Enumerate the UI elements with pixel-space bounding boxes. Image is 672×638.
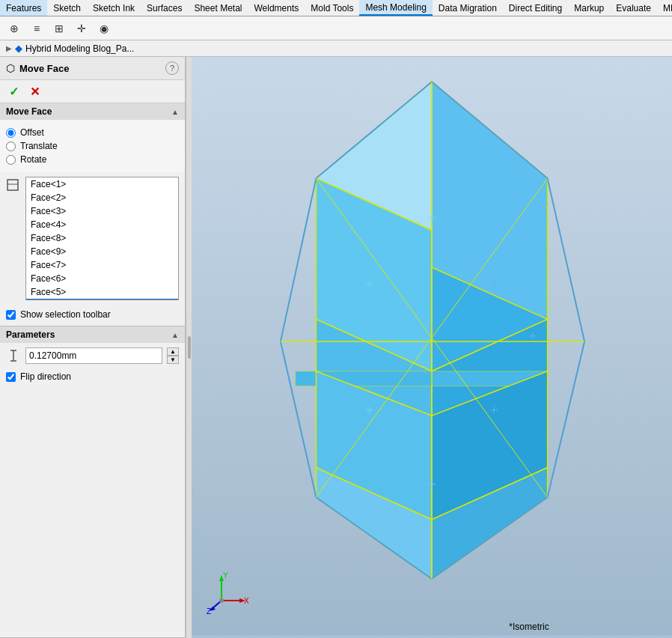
show-selection-checkbox[interactable] <box>6 310 16 320</box>
face-list[interactable]: Face<1> Face<2> Face<3> Face<4> Face<8> … <box>25 177 179 300</box>
parameters-section-header[interactable]: Parameters ▲ <box>0 326 185 343</box>
viewport[interactable]: + + + + + + + Y X Z <box>192 57 672 638</box>
radio-translate-label: Translate <box>20 141 58 151</box>
list-item[interactable]: Face<8> <box>26 231 178 245</box>
resize-handle[interactable] <box>186 57 192 638</box>
flip-direction-label: Flip direction <box>20 371 71 382</box>
axis-indicator: Y X Z <box>207 571 251 616</box>
radio-rotate-input[interactable] <box>6 155 16 165</box>
main-layout: ⬡ Move Face ? ✓ ✕ Move Face ▲ Offset <box>0 57 672 638</box>
grid-button[interactable]: ⊞ <box>49 19 70 38</box>
panel-header: ⬡ Move Face ? <box>0 57 185 80</box>
radio-translate-input[interactable] <box>6 142 16 151</box>
svg-text:+: + <box>427 210 436 226</box>
isometric-label: *Isometric <box>192 622 672 632</box>
menu-direct-editing[interactable]: Direct Editing <box>503 0 568 16</box>
svg-text:+: + <box>528 328 537 344</box>
svg-text:+: + <box>489 276 498 293</box>
radio-translate[interactable]: Translate <box>6 141 179 151</box>
radio-offset-label: Offset <box>20 127 44 138</box>
list-item[interactable]: Face<5> <box>26 285 178 299</box>
move-face-collapse-icon: ▲ <box>171 108 179 116</box>
face-list-container: Face<1> Face<2> Face<3> Face<4> Face<8> … <box>0 172 185 305</box>
parameters-section: Parameters ▲ ▲ ▼ Flip <box>0 326 185 638</box>
crosshair-button[interactable]: ✛ <box>71 19 92 38</box>
toolbar: ⊕ ≡ ⊞ ✛ ◉ <box>0 16 672 40</box>
panel-title: Move Face <box>19 63 165 74</box>
menu-mold-tools[interactable]: Mold Tools <box>305 0 359 16</box>
menu-mesh-modeling[interactable]: Mesh Modeling <box>359 0 432 16</box>
list-item[interactable]: Face<3> <box>26 204 178 218</box>
menu-weldments[interactable]: Weldments <box>248 0 305 16</box>
move-face-section-header[interactable]: Move Face ▲ <box>0 103 185 120</box>
menu-sketch[interactable]: Sketch <box>47 0 87 16</box>
new-button[interactable]: ⊕ <box>4 19 25 38</box>
breadcrumb-arrow: ▶ <box>6 44 12 52</box>
viewport-svg: + + + + + + + <box>192 57 672 638</box>
move-face-section-content: Offset Translate Rotate <box>0 120 185 172</box>
list-item[interactable]: Face<7> <box>26 258 178 272</box>
list-item[interactable]: Face<9> <box>26 245 178 258</box>
radio-rotate[interactable]: Rotate <box>6 154 179 165</box>
menu-features[interactable]: Features <box>0 0 47 16</box>
parameters-collapse-icon: ▲ <box>171 331 179 339</box>
isometric-text: *Isometric <box>509 622 549 632</box>
svg-point-39 <box>219 598 224 603</box>
list-item[interactable]: Face<6> <box>26 272 178 285</box>
param-spinner: ▲ ▼ <box>167 347 179 364</box>
ok-button[interactable]: ✓ <box>4 83 22 100</box>
breadcrumb-text: Hybrid Modeling Blog_Pa... <box>25 43 134 54</box>
breadcrumb-icon: ◆ <box>15 43 22 54</box>
svg-text:Y: Y <box>223 571 228 580</box>
list-item[interactable]: Face<2> <box>26 191 178 204</box>
move-face-section: Move Face ▲ Offset Translate R <box>0 103 185 326</box>
param-distance-icon <box>6 348 21 363</box>
flip-direction-row: Flip direction <box>0 368 185 388</box>
show-selection-row: Show selection toolbar <box>0 305 185 326</box>
left-panel: ⬡ Move Face ? ✓ ✕ Move Face ▲ Offset <box>0 57 186 638</box>
radio-offset[interactable]: Offset <box>6 127 179 138</box>
breadcrumb: ▶ ◆ Hybrid Modeling Blog_Pa... <box>0 40 672 57</box>
menu-sketch-ink[interactable]: Sketch Ink <box>87 0 141 16</box>
panel-icon: ⬡ <box>6 62 15 74</box>
flip-direction-checkbox[interactable] <box>6 372 16 382</box>
svg-text:+: + <box>365 402 374 419</box>
radio-offset-input[interactable] <box>6 128 16 138</box>
svg-text:+: + <box>427 476 436 493</box>
move-face-section-title: Move Face <box>6 106 52 117</box>
cancel-button[interactable]: ✕ <box>25 83 43 100</box>
radio-group: Offset Translate Rotate <box>6 124 179 168</box>
list-item-selected[interactable]: Face<10> <box>26 299 178 300</box>
menu-bar: Features Sketch Sketch Ink Surfaces Shee… <box>0 0 672 16</box>
circle-button[interactable]: ◉ <box>94 19 114 38</box>
param-value-input[interactable] <box>25 347 162 364</box>
parameters-section-title: Parameters <box>6 329 55 340</box>
menu-data-migration[interactable]: Data Migration <box>433 0 503 16</box>
menu-sheet-metal[interactable]: Sheet Metal <box>188 0 248 16</box>
menu-surfaces[interactable]: Surfaces <box>141 0 188 16</box>
spin-down-button[interactable]: ▼ <box>167 356 179 364</box>
show-selection-label: Show selection toolbar <box>20 309 111 320</box>
list-item[interactable]: Face<1> <box>26 177 178 191</box>
param-value-row: ▲ ▼ <box>0 343 185 368</box>
face-list-icon <box>6 177 21 300</box>
svg-rect-0 <box>7 180 18 190</box>
menu-evaluate[interactable]: Evaluate <box>610 0 657 16</box>
resize-dot <box>188 336 191 359</box>
svg-text:+: + <box>489 402 498 419</box>
list-item[interactable]: Face<4> <box>26 218 178 231</box>
svg-text:Z: Z <box>207 607 211 616</box>
svg-text:X: X <box>244 597 249 605</box>
menu-me[interactable]: ME <box>657 0 672 16</box>
svg-text:+: + <box>365 276 374 293</box>
menu-markup[interactable]: Markup <box>568 0 610 16</box>
panel-action-buttons: ✓ ✕ <box>0 80 185 103</box>
panel-help-button[interactable]: ? <box>165 61 179 75</box>
list-button[interactable]: ≡ <box>26 19 47 38</box>
spin-up-button[interactable]: ▲ <box>167 347 179 356</box>
radio-rotate-label: Rotate <box>20 154 46 165</box>
